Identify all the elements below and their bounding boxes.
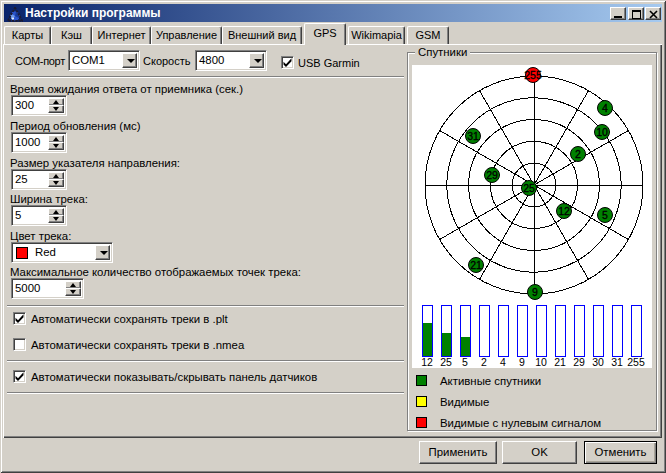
svg-text:255: 255 xyxy=(627,356,645,368)
svg-text:255: 255 xyxy=(524,69,542,81)
svg-text:4: 4 xyxy=(500,356,506,368)
svg-text:30: 30 xyxy=(592,356,604,368)
svg-text:10: 10 xyxy=(596,126,608,138)
svg-text:10: 10 xyxy=(535,356,547,368)
svg-text:9: 9 xyxy=(519,356,525,368)
svg-text:21: 21 xyxy=(554,356,566,368)
svg-text:29: 29 xyxy=(573,356,585,368)
svg-text:25: 25 xyxy=(523,182,535,194)
svg-text:29: 29 xyxy=(486,169,498,181)
svg-text:2: 2 xyxy=(575,148,581,160)
svg-text:12: 12 xyxy=(558,205,570,217)
svg-text:31: 31 xyxy=(467,130,479,142)
svg-text:31: 31 xyxy=(611,356,623,368)
svg-text:21: 21 xyxy=(470,259,482,271)
svg-text:25: 25 xyxy=(440,356,452,368)
svg-text:2: 2 xyxy=(481,356,487,368)
svg-text:5: 5 xyxy=(602,209,608,221)
svg-text:9: 9 xyxy=(532,286,538,298)
svg-text:4: 4 xyxy=(602,102,608,114)
svg-text:12: 12 xyxy=(421,356,433,368)
svg-text:5: 5 xyxy=(462,356,468,368)
